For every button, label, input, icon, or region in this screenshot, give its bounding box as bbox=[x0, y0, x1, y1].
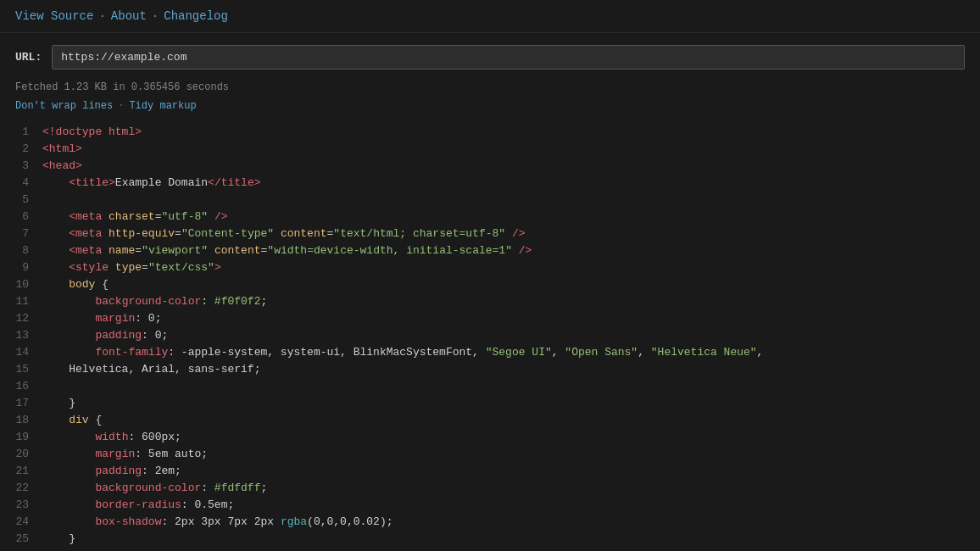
line-number: 1 bbox=[0, 124, 42, 141]
code-line: 21 padding: 2em; bbox=[0, 463, 980, 480]
line-number: 5 bbox=[0, 192, 42, 209]
code-line: 9 <style type="text/css"> bbox=[0, 259, 980, 276]
line-content: margin: 5em auto; bbox=[42, 446, 980, 463]
line-number: 6 bbox=[0, 209, 42, 225]
line-number: 16 bbox=[0, 378, 42, 395]
line-content: <meta http-equiv="Content-type" content=… bbox=[42, 225, 980, 242]
dont-wrap-link[interactable]: Don't wrap lines bbox=[15, 100, 113, 112]
code-line: 14 font-family: -apple-system, system-ui… bbox=[0, 344, 980, 361]
code-line: 16 bbox=[0, 378, 980, 395]
line-number: 20 bbox=[0, 446, 42, 463]
code-line: 10 body { bbox=[0, 276, 980, 293]
line-content: <head> bbox=[42, 158, 980, 175]
line-content: box-shadow: 2px 3px 7px 2px rgba(0,0,0,0… bbox=[42, 514, 980, 531]
code-line: 8 <meta name="viewport" content="width=d… bbox=[0, 242, 980, 259]
action-sep: · bbox=[118, 100, 124, 112]
code-line: 13 padding: 0; bbox=[0, 327, 980, 344]
line-content: <meta name="viewport" content="width=dev… bbox=[42, 242, 980, 259]
code-line: 12 margin: 0; bbox=[0, 310, 980, 327]
code-area: 1<!doctype html>2<html>3<head>4 <title>E… bbox=[0, 120, 980, 551]
line-content: <html> bbox=[42, 141, 980, 158]
line-content: padding: 0; bbox=[42, 327, 980, 344]
line-number: 21 bbox=[0, 463, 42, 480]
line-number: 8 bbox=[0, 242, 42, 259]
code-line: 15 Helvetica, Arial, sans-serif; bbox=[0, 361, 980, 378]
line-number: 4 bbox=[0, 175, 42, 192]
line-number: 24 bbox=[0, 514, 42, 531]
line-content: Helvetica, Arial, sans-serif; bbox=[42, 361, 980, 378]
line-content: border-radius: 0.5em; bbox=[42, 497, 980, 514]
about-link[interactable]: About bbox=[111, 9, 147, 23]
line-number: 22 bbox=[0, 480, 42, 497]
code-line: 23 border-radius: 0.5em; bbox=[0, 497, 980, 514]
line-content: <style type="text/css"> bbox=[42, 259, 980, 276]
code-line: 25 } bbox=[0, 531, 980, 548]
view-source-link[interactable]: View Source bbox=[15, 9, 93, 23]
line-number: 2 bbox=[0, 141, 42, 158]
line-content: font-family: -apple-system, system-ui, B… bbox=[42, 344, 980, 361]
url-bar-section: URL: bbox=[0, 33, 980, 81]
line-content: } bbox=[42, 531, 980, 548]
code-line: 3<head> bbox=[0, 158, 980, 175]
line-content: padding: 2em; bbox=[42, 463, 980, 480]
line-number: 9 bbox=[0, 259, 42, 276]
line-content: } bbox=[42, 395, 980, 412]
line-number: 19 bbox=[0, 429, 42, 446]
code-line: 18 div { bbox=[0, 412, 980, 429]
top-nav: View Source · About · Changelog bbox=[0, 0, 980, 33]
code-line: 1<!doctype html> bbox=[0, 124, 980, 141]
code-line: 4 <title>Example Domain</title> bbox=[0, 175, 980, 192]
nav-sep-1: · bbox=[98, 9, 105, 23]
line-content: div { bbox=[42, 412, 980, 429]
code-line: 24 box-shadow: 2px 3px 7px 2px rgba(0,0,… bbox=[0, 514, 980, 531]
line-number: 25 bbox=[0, 531, 42, 548]
url-input[interactable] bbox=[52, 45, 965, 70]
line-number: 23 bbox=[0, 497, 42, 514]
line-content: body { bbox=[42, 276, 980, 293]
line-content: width: 600px; bbox=[42, 429, 980, 446]
code-line: 7 <meta http-equiv="Content-type" conten… bbox=[0, 225, 980, 242]
line-number: 11 bbox=[0, 293, 42, 310]
changelog-link[interactable]: Changelog bbox=[164, 9, 228, 23]
line-content: margin: 0; bbox=[42, 310, 980, 327]
tidy-markup-link[interactable]: Tidy markup bbox=[129, 100, 196, 112]
code-line: 19 width: 600px; bbox=[0, 429, 980, 446]
action-links: Don't wrap lines · Tidy markup bbox=[0, 98, 980, 120]
code-line: 17 } bbox=[0, 395, 980, 412]
code-line: 6 <meta charset="utf-8" /> bbox=[0, 209, 980, 225]
line-number: 3 bbox=[0, 158, 42, 175]
fetch-info: Fetched 1.23 KB in 0.365456 seconds bbox=[0, 81, 980, 98]
line-number: 10 bbox=[0, 276, 42, 293]
code-line: 20 margin: 5em auto; bbox=[0, 446, 980, 463]
code-line: 22 background-color: #fdfdff; bbox=[0, 480, 980, 497]
line-number: 15 bbox=[0, 361, 42, 378]
line-number: 7 bbox=[0, 225, 42, 242]
line-content: <!doctype html> bbox=[42, 124, 980, 141]
url-label: URL: bbox=[15, 51, 42, 64]
line-content: <meta charset="utf-8" /> bbox=[42, 209, 980, 225]
code-line: 5 bbox=[0, 192, 980, 209]
line-number: 18 bbox=[0, 412, 42, 429]
line-number: 17 bbox=[0, 395, 42, 412]
line-number: 13 bbox=[0, 327, 42, 344]
code-line: 2<html> bbox=[0, 141, 980, 158]
line-number: 12 bbox=[0, 310, 42, 327]
nav-sep-2: · bbox=[152, 9, 159, 23]
code-line: 11 background-color: #f0f0f2; bbox=[0, 293, 980, 310]
line-content: background-color: #fdfdff; bbox=[42, 480, 980, 497]
line-number: 14 bbox=[0, 344, 42, 361]
line-content: background-color: #f0f0f2; bbox=[42, 293, 980, 310]
fetch-info-text: Fetched 1.23 KB in 0.365456 seconds bbox=[15, 81, 229, 93]
line-content: <title>Example Domain</title> bbox=[42, 175, 980, 192]
